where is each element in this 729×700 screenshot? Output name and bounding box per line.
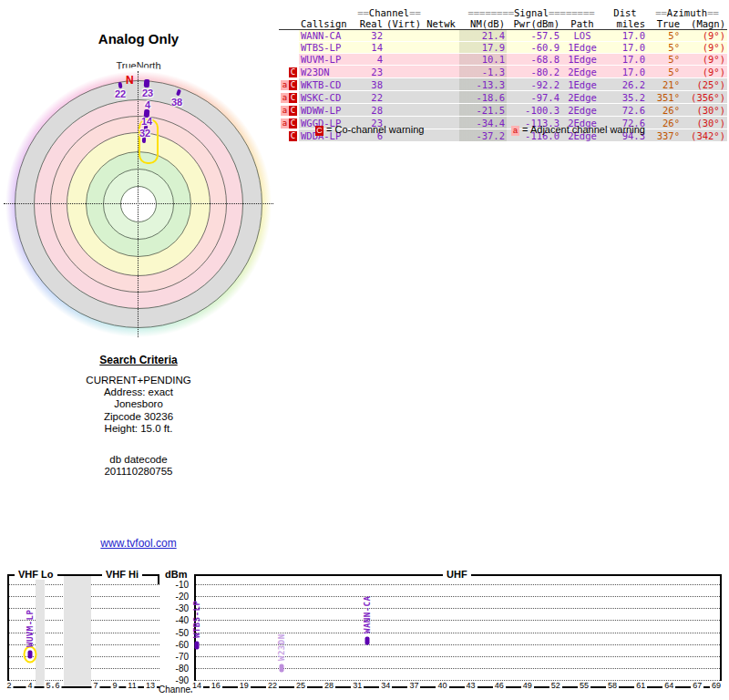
cell-virt bbox=[385, 78, 423, 91]
channel-tick-label: 34 bbox=[379, 681, 392, 691]
cell-magn: (9°) bbox=[682, 42, 727, 54]
dbm-tick-label: -20 bbox=[165, 592, 189, 602]
channel-marker-label: 14 bbox=[141, 116, 152, 127]
column-header: Netwk bbox=[423, 18, 459, 30]
channel-tick-label: 49 bbox=[521, 681, 534, 691]
station-marker bbox=[364, 637, 369, 645]
cell-pwr: -100.3 bbox=[507, 104, 561, 117]
cell-path: 2Edge bbox=[561, 66, 603, 78]
warning-markers-cell bbox=[279, 30, 299, 42]
channel-tick-label: 16 bbox=[210, 681, 222, 691]
cell-pwr: -68.8 bbox=[507, 54, 561, 66]
warning-markers-cell: aC bbox=[279, 117, 299, 129]
polar-chart-title: Analog Only bbox=[2, 31, 275, 46]
warning-markers-cell bbox=[279, 42, 299, 54]
channel-tick-label: 61 bbox=[634, 681, 647, 691]
table-group-header-row: ==Channel== ========Signal======== Dist … bbox=[279, 7, 727, 18]
dbm-tick-label: -50 bbox=[165, 628, 189, 638]
channel-tick-label: 28 bbox=[323, 681, 335, 691]
cell-nm: -37.2 bbox=[459, 129, 507, 142]
channel-tick-label: 5 bbox=[44, 681, 52, 691]
cell-miles: 26.2 bbox=[603, 78, 647, 91]
co-channel-warning-icon: C bbox=[289, 67, 297, 77]
dbm-tick-label: -80 bbox=[165, 664, 189, 674]
cell-pwr: -80.2 bbox=[507, 66, 561, 78]
cell-netwk bbox=[423, 66, 459, 78]
channel-tick-label: 52 bbox=[549, 681, 562, 691]
cell-path: 2Edge bbox=[561, 91, 603, 104]
column-header: miles bbox=[603, 18, 647, 30]
cell-path: 2Edge bbox=[561, 104, 603, 117]
cell-true: 5° bbox=[647, 54, 682, 66]
channel-group-header: ==Channel== bbox=[355, 7, 423, 18]
uhf-plot-box bbox=[194, 574, 722, 688]
cell-real: 32 bbox=[355, 30, 385, 42]
channel-tick-label: 25 bbox=[294, 681, 307, 691]
db-datecode-line: db datecode bbox=[29, 454, 248, 466]
channel-tick-label: 13 bbox=[144, 681, 157, 691]
azimuth-group-header: ==Azimuth== bbox=[647, 7, 727, 18]
dbm-gridline bbox=[196, 656, 720, 657]
cell-virt bbox=[385, 104, 423, 117]
table-row: aCWDWW-LP28-21.5-100.32Edge72.626°(30°) bbox=[279, 104, 727, 117]
adjacent-channel-legend-item: a = Adjacent channel warning bbox=[511, 124, 645, 136]
signal-bar-chart: VHF Lo VHF Hi UHF dBm Channel -10-20-30-… bbox=[0, 563, 729, 700]
channel-tick-label: 4 bbox=[26, 681, 34, 691]
shaded-frequency-band bbox=[64, 576, 91, 686]
co-channel-warning-icon: C bbox=[289, 93, 297, 103]
tvfool-report: { "polar": { "title": "Analog Only", "no… bbox=[0, 0, 729, 700]
channel-tick-label: 7 bbox=[91, 681, 99, 691]
channel-marker-label: 22 bbox=[115, 88, 126, 99]
polar-radar-chart: Analog Only TrueNorth N 22233841432 bbox=[2, 27, 275, 342]
cell-netwk bbox=[423, 129, 459, 142]
cell-true: 21° bbox=[647, 78, 682, 91]
vhf-lo-label: VHF Lo bbox=[15, 569, 57, 580]
channel-tick-label: 14 bbox=[190, 681, 203, 691]
cell-true: 26° bbox=[647, 117, 682, 129]
station-marker-label: WTBS-LP bbox=[192, 582, 201, 638]
cell-netwk bbox=[423, 42, 459, 54]
cell-real: 38 bbox=[355, 78, 385, 91]
warning-markers-cell: aC bbox=[279, 91, 299, 104]
criteria-line: CURRENT+PENDING bbox=[29, 375, 248, 386]
cell-callsign: WANN-CA bbox=[299, 30, 355, 42]
cell-miles: 17.0 bbox=[603, 42, 647, 54]
channel-tick-label: 2 bbox=[5, 681, 13, 691]
cell-nm: 17.9 bbox=[459, 42, 507, 54]
vhf-hi-label: VHF Hi bbox=[102, 569, 142, 580]
cell-netwk bbox=[423, 104, 459, 117]
column-header: Pwr(dBm) bbox=[507, 18, 561, 30]
search-criteria-block: Search Criteria CURRENT+PENDINGAddress: … bbox=[29, 354, 248, 478]
signal-table: ==Channel== ========Signal======== Dist … bbox=[279, 7, 727, 142]
channel-tick-label: 69 bbox=[710, 681, 723, 691]
tvfool-link[interactable]: www.tvfool.com bbox=[100, 537, 176, 550]
co-channel-warning-icon: C bbox=[289, 80, 297, 90]
cell-netwk bbox=[423, 117, 459, 129]
cell-virt bbox=[385, 30, 423, 42]
column-header: (Virt) bbox=[385, 18, 423, 30]
cell-callsign: WTBS-LP bbox=[299, 42, 355, 54]
cell-nm: -13.3 bbox=[459, 78, 507, 91]
dbm-gridline bbox=[196, 633, 720, 633]
cell-true: 5° bbox=[647, 66, 682, 78]
column-header: True bbox=[647, 18, 682, 30]
uhf-label: UHF bbox=[443, 569, 471, 580]
adjacent-channel-warning-icon: a bbox=[281, 93, 289, 103]
cell-virt bbox=[385, 54, 423, 66]
table-row: CW23DN23-1.3-80.22Edge17.05°(9°) bbox=[279, 66, 727, 78]
channel-tick-label: 58 bbox=[606, 681, 619, 691]
dbm-tick-label: -70 bbox=[165, 652, 189, 662]
cell-virt bbox=[385, 91, 423, 104]
cell-miles: 17.0 bbox=[603, 54, 647, 66]
cell-virt bbox=[385, 42, 423, 54]
website-link-container: www.tvfool.com bbox=[29, 537, 248, 550]
dbm-axis-label: dBm bbox=[165, 569, 187, 580]
table-row: aCWSKC-CD22-18.6-97.42Edge35.2351°(356°) bbox=[279, 91, 727, 104]
cell-callsign: WUVM-LP bbox=[299, 54, 355, 66]
cell-true: 5° bbox=[647, 42, 682, 54]
dbm-tick-label: -90 bbox=[165, 675, 189, 685]
vhf-box-corner bbox=[158, 574, 159, 584]
cell-magn: (30°) bbox=[682, 104, 727, 117]
north-letter: N bbox=[126, 74, 134, 87]
criteria-line: Jonesboro bbox=[29, 398, 248, 410]
